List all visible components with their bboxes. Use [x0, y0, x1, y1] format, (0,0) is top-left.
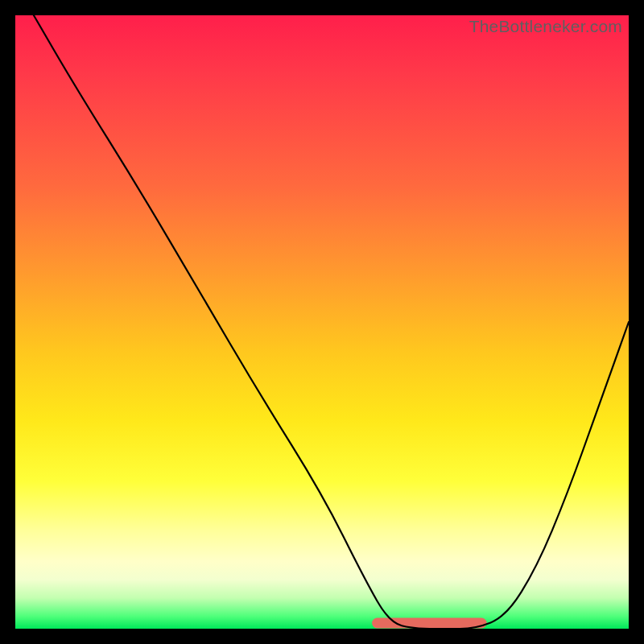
chart-overlay — [15, 15, 629, 629]
chart-frame: TheBottleneker.com — [0, 0, 644, 644]
bottleneck-curve — [34, 15, 629, 629]
chart-plot-area: TheBottleneker.com — [15, 15, 629, 629]
